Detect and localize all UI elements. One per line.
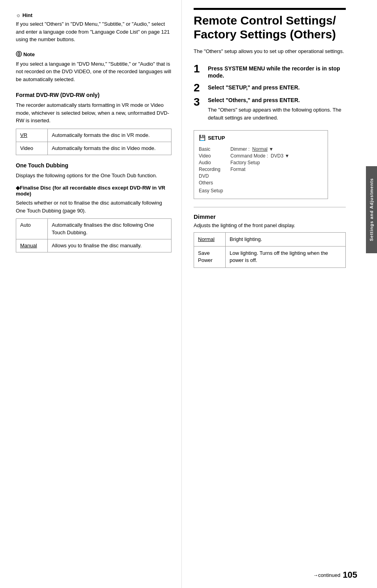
step-2-text: Select "SETUP," and press ENTER. (208, 82, 300, 91)
finalise-disc-heading: ◆Finalise Disc (for all recordable discs… (16, 185, 172, 197)
table-row: Auto Automatically finalises the disc fo… (16, 219, 172, 239)
table-cell-video: Video (16, 142, 48, 155)
right-column: Remote Control Settings/ Factory Setting… (182, 0, 364, 588)
setup-menu-basic: Basic (199, 146, 230, 152)
table-row: Save Power Low lighting. Turns off the l… (194, 247, 346, 267)
format-dvdrw-heading: Format DVD-RW (DVD-RW only) (16, 92, 172, 98)
table-row: VR Automatically formats the disc in VR … (16, 129, 172, 142)
step-1-text: Press SYSTEM MENU while the recorder is … (208, 63, 346, 79)
note-icon: ⓪ (16, 51, 22, 58)
table-row: Normal Bright lighting. (194, 233, 346, 247)
note-title: ⓪ Note (16, 51, 172, 58)
setup-menu-row-5: DVD (199, 173, 323, 179)
setup-menu-row-3: Audio Factory Setup (199, 160, 323, 165)
setup-menu-dvd: DVD (199, 173, 230, 179)
page-number: 105 (343, 570, 357, 580)
main-heading: Remote Control Settings/ Factory Setting… (194, 8, 346, 41)
one-touch-heading: One Touch Dubbing (16, 162, 172, 169)
setup-menu-format: Format (230, 167, 323, 172)
dimmer-heading: Dimmer (194, 213, 346, 220)
dimmer-arrow[interactable]: ▼ (269, 146, 273, 152)
left-column: ☼ Hint If you select "Others" in "DVD Me… (0, 0, 182, 588)
side-tab: Settings and Adjustments (366, 166, 377, 253)
hint-text: If you select "Others" in "DVD Menu," "S… (16, 20, 172, 44)
step-2-number: 2 (194, 82, 205, 93)
setup-menu-others-right (230, 180, 323, 186)
divider-line (194, 207, 346, 207)
step-2: 2 Select "SETUP," and press ENTER. (194, 82, 346, 93)
setup-menu-row-2: Video Command Mode : DVD3 ▼ (199, 153, 323, 159)
setup-menu-command: Command Mode : DVD3 ▼ (230, 153, 323, 159)
setup-menu-others: Others (199, 180, 230, 186)
note-section: ⓪ Note If you select a language in "DVD … (16, 51, 172, 83)
setup-disk-icon: 💾 (199, 135, 205, 141)
one-touch-section: One Touch Dubbing Displays the following… (16, 162, 172, 180)
table-cell-manual-desc: Allows you to finalise the disc manually… (48, 239, 172, 252)
setup-menu-easy: Easy Setup (199, 188, 230, 193)
setup-menu-factory: Factory Setup (230, 160, 323, 165)
note-text: If you select a language in "DVD Menu," … (16, 60, 172, 83)
setup-menu-row-8: Easy Setup (199, 188, 323, 193)
format-dvdrw-text: The recorder automatically starts format… (16, 101, 172, 125)
setup-menu-box: 💾 SETUP Basic Dimmer : Normal ▼ Video Co… (194, 130, 328, 199)
setup-title-text: SETUP (208, 135, 225, 141)
setup-box-title: 💾 SETUP (199, 135, 323, 142)
setup-menu-dvd-right (230, 173, 323, 179)
step-3-subtext: The "Others" setup appears with the foll… (208, 106, 346, 121)
table-cell-video-desc: Automatically formats the disc in Video … (48, 142, 172, 155)
dimmer-save-cell: Save Power (194, 247, 226, 267)
dimmer-normal-desc: Bright lighting. (226, 233, 346, 247)
dimmer-save-desc: Low lighting. Turns off the lighting whe… (226, 247, 346, 267)
setup-menu-recording: Recording (199, 167, 230, 172)
table-row: Manual Allows you to finalise the disc m… (16, 239, 172, 252)
step-3: 3 Select "Others," and press ENTER. The … (194, 97, 346, 125)
step-1-number: 1 (194, 63, 205, 74)
continued-text: →continued (313, 572, 340, 578)
hint-title-text: Hint (23, 12, 32, 18)
dimmer-desc: Adjusts the lighting of the front panel … (194, 222, 346, 228)
dimmer-normal-cell: Normal (194, 233, 226, 247)
page-container: Settings and Adjustments ☼ Hint If you s… (0, 0, 377, 588)
side-tab-label: Settings and Adjustments (369, 178, 374, 241)
step-3-text: Select "Others," and press ENTER. (208, 95, 300, 103)
table-cell-vr-desc: Automatically formats the disc in VR mod… (48, 129, 172, 142)
table-cell-vr: VR (16, 129, 48, 142)
finalise-disc-heading-text: ◆Finalise Disc (for all recordable discs… (16, 185, 172, 197)
format-dvdrw-section: Format DVD-RW (DVD-RW only) The recorder… (16, 92, 172, 155)
setup-menu-dimmer: Dimmer : Normal ▼ (230, 146, 323, 152)
bottom-bar: →continued 105 (313, 570, 357, 580)
step-3-number: 3 (194, 97, 205, 108)
format-dvdrw-table: VR Automatically formats the disc in VR … (16, 129, 172, 155)
table-row: Video Automatically formats the disc in … (16, 142, 172, 155)
hint-icon: ☼ (16, 12, 21, 18)
table-cell-manual: Manual (16, 239, 48, 252)
hint-title: ☼ Hint (16, 12, 172, 18)
step-1: 1 Press SYSTEM MENU while the recorder i… (194, 63, 346, 79)
table-cell-auto: Auto (16, 219, 48, 239)
one-touch-text: Displays the following options for the O… (16, 172, 172, 180)
setup-menu-row-4: Recording Format (199, 167, 323, 172)
finalise-disc-text: Selects whether or not to finalise the d… (16, 199, 172, 214)
dimmer-section: Dimmer Adjusts the lighting of the front… (194, 213, 346, 268)
finalise-disc-table: Auto Automatically finalises the disc fo… (16, 218, 172, 252)
finalise-disc-section: ◆Finalise Disc (for all recordable discs… (16, 185, 172, 252)
setup-menu-video: Video (199, 153, 230, 159)
command-arrow[interactable]: ▼ (285, 153, 289, 159)
intro-text: The "Others" setup allows you to set up … (194, 47, 346, 55)
note-title-text: Note (23, 51, 35, 57)
dimmer-table: Normal Bright lighting. Save Power Low l… (194, 232, 346, 268)
setup-menu-row-6: Others (199, 180, 323, 186)
setup-menu-audio: Audio (199, 160, 230, 165)
hint-section: ☼ Hint If you select "Others" in "DVD Me… (16, 12, 172, 44)
table-cell-auto-desc: Automatically finalises the disc followi… (48, 219, 172, 239)
setup-menu-easy-right (230, 188, 323, 193)
setup-menu-row-1: Basic Dimmer : Normal ▼ (199, 146, 323, 152)
